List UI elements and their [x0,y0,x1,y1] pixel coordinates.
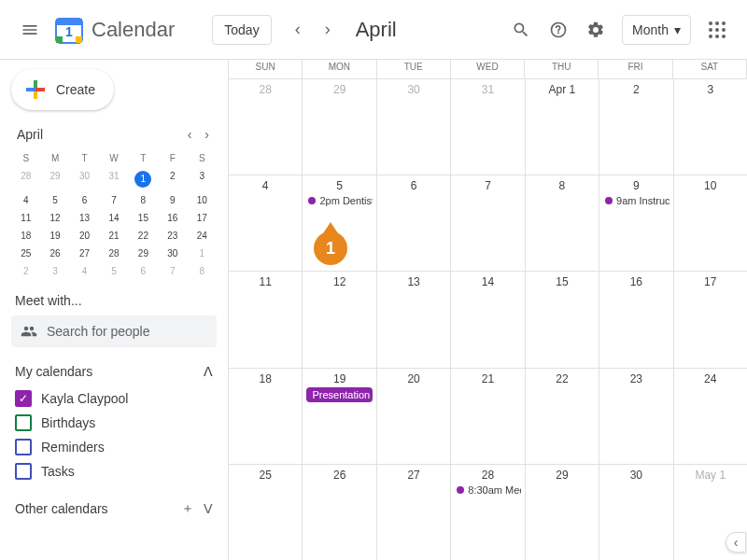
day-cell[interactable]: 99am Instructor [599,175,673,271]
next-month-button[interactable]: › [313,15,343,45]
checkbox[interactable] [15,390,32,407]
mini-day[interactable]: 31 [99,167,128,191]
mini-day[interactable]: 3 [188,167,217,191]
event-item[interactable]: 2pm Dentist [306,194,372,207]
mini-day[interactable]: 8 [188,262,217,280]
create-button[interactable]: Create [11,69,114,110]
mini-day[interactable]: 17 [188,209,217,227]
day-cell[interactable]: 16 [599,272,673,367]
other-calendars-toggle[interactable]: Other calendars ＋ᐯ [15,500,213,517]
apps-icon[interactable] [698,11,736,49]
day-cell[interactable]: 28 [229,79,303,175]
day-cell[interactable]: 30 [599,465,673,560]
mini-day[interactable]: 15 [129,209,158,227]
event-block[interactable]: Presentation [306,387,372,402]
mini-day[interactable]: 25 [11,245,40,262]
day-cell[interactable]: 3 [674,79,747,175]
prev-month-button[interactable]: ‹ [283,15,313,45]
day-cell[interactable]: 23 [599,369,673,464]
mini-day[interactable]: 23 [158,227,187,245]
help-icon[interactable] [540,11,577,49]
mini-day[interactable]: 1 [188,245,217,262]
mini-day[interactable]: 5 [99,262,128,280]
day-cell[interactable]: 52pm Dentist [303,175,376,271]
mini-day[interactable]: 13 [70,209,99,227]
day-cell[interactable]: Apr 1 [526,79,599,175]
search-icon[interactable] [502,11,540,49]
day-cell[interactable]: 8 [526,175,599,271]
mini-day[interactable]: 29 [40,167,69,191]
mini-day[interactable]: 9 [158,191,187,209]
mini-next-button[interactable]: › [201,125,213,144]
day-cell[interactable]: 26 [303,465,376,560]
mini-day[interactable]: 29 [129,245,158,262]
day-cell[interactable]: 29 [526,465,599,560]
search-people-input[interactable]: Search for people [11,315,217,347]
day-cell[interactable]: 12 [303,272,376,367]
calendar-item[interactable]: Kayla Claypool [11,386,217,411]
mini-prev-button[interactable]: ‹ [184,125,196,144]
mini-day[interactable]: 8 [129,191,158,209]
event-item[interactable]: 9am Instructor [603,194,669,207]
day-cell[interactable]: 31 [451,79,525,175]
day-cell[interactable]: 4 [229,175,303,271]
day-cell[interactable]: 7 [451,175,525,271]
mini-day[interactable]: 24 [188,227,217,245]
my-calendars-toggle[interactable]: My calendars ᐱ [15,364,213,379]
event-item[interactable]: 8:30am Meeting [455,483,520,497]
mini-day[interactable]: 5 [40,191,69,209]
mini-day[interactable]: 26 [40,245,69,262]
day-cell[interactable]: 20 [377,369,451,464]
side-panel-toggle[interactable]: ‹ [726,532,746,553]
today-button[interactable]: Today [212,15,271,45]
day-cell[interactable]: 25 [229,465,303,560]
mini-day[interactable]: 3 [40,262,69,280]
mini-day[interactable]: 22 [129,227,158,245]
calendar-item[interactable]: Reminders [11,435,217,459]
day-cell[interactable]: 2 [599,79,673,175]
day-cell[interactable]: 14 [451,272,525,367]
mini-day[interactable]: 1 [129,167,158,191]
day-cell[interactable]: 17 [674,272,747,367]
day-cell[interactable]: 21 [451,369,525,464]
mini-day[interactable]: 30 [70,167,99,191]
day-cell[interactable]: 19Presentation [303,369,376,464]
mini-day[interactable]: 6 [70,191,99,209]
day-cell[interactable]: 30 [377,79,451,175]
mini-day[interactable]: 2 [11,262,40,280]
mini-day[interactable]: 19 [40,227,69,245]
checkbox[interactable] [15,414,32,431]
day-cell[interactable]: 13 [377,272,451,367]
settings-icon[interactable] [577,11,614,49]
mini-day[interactable]: 4 [11,191,40,209]
mini-day[interactable]: 21 [99,227,128,245]
calendar-item[interactable]: Birthdays [11,411,217,435]
mini-day[interactable]: 16 [158,209,187,227]
mini-day[interactable]: 6 [129,262,158,280]
menu-icon[interactable] [11,11,49,49]
mini-day[interactable]: 28 [11,167,40,191]
mini-day[interactable]: 27 [70,245,99,262]
day-cell[interactable]: 24 [674,369,747,464]
add-calendar-icon[interactable]: ＋ [181,500,194,517]
mini-day[interactable]: 28 [99,245,128,262]
calendar-item[interactable]: Tasks [11,459,217,483]
day-cell[interactable]: 10 [674,175,747,271]
mini-day[interactable]: 14 [99,209,128,227]
view-selector[interactable]: Month▾ [622,15,691,45]
day-cell[interactable]: 27 [377,465,451,560]
day-cell[interactable]: 288:30am Meeting [451,465,525,560]
day-cell[interactable]: 15 [526,272,599,367]
day-cell[interactable]: 18 [229,369,303,464]
mini-day[interactable]: 10 [188,191,217,209]
mini-day[interactable]: 7 [99,191,128,209]
checkbox[interactable] [15,463,32,480]
mini-day[interactable]: 30 [158,245,187,262]
mini-day[interactable]: 11 [11,209,40,227]
mini-day[interactable]: 2 [158,167,187,191]
checkbox[interactable] [15,439,32,455]
mini-day[interactable]: 4 [70,262,99,280]
day-cell[interactable]: 22 [526,369,599,464]
mini-day[interactable]: 12 [40,209,69,227]
day-cell[interactable]: 29 [303,79,376,175]
